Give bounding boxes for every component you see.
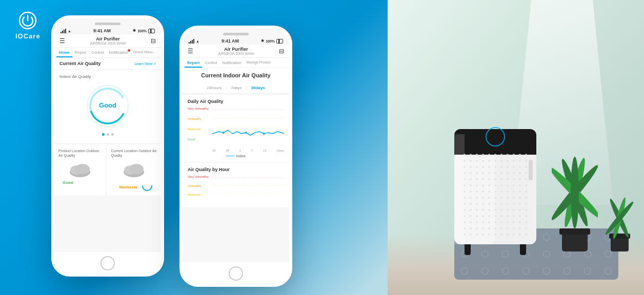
dot-2 [107,133,109,136]
svg-point-51 [519,154,521,156]
svg-point-96 [525,178,527,180]
svg-point-28 [571,157,579,228]
wifi-icon-2: ▲ [196,39,199,43]
svg-point-192 [507,234,509,236]
tab2-manage-product[interactable]: Manage Product [244,58,273,68]
svg-point-79 [488,172,490,174]
label-very-unhealthy: Very Unhealthy [188,107,209,110]
svg-point-166 [482,221,484,223]
gauge-container: Good [59,83,156,129]
carousel-dots [59,133,156,136]
hourly-chart-svg [212,175,284,201]
svg-point-147 [500,209,502,211]
hourly-chart-title: Air Quality by Hour [188,167,284,172]
phone2-speaker [223,33,249,35]
svg-point-140 [525,203,527,205]
svg-point-138 [513,203,515,205]
svg-point-169 [500,221,502,223]
svg-point-132 [476,203,478,205]
cloud-icon-left [58,161,102,177]
signal-bars-2 [189,39,194,44]
svg-point-90 [488,178,490,180]
tab-home[interactable]: Home [56,48,72,57]
svg-point-17 [245,132,247,134]
svg-point-109 [470,191,472,193]
hourly-label-moderate: Moderate [188,193,209,196]
svg-point-61 [513,160,515,162]
tab2-report[interactable]: Report [185,58,202,68]
svg-point-62 [519,160,521,162]
svg-point-63 [525,160,527,162]
hourly-label-very-unhealthy: Very Unhealthy [188,175,209,178]
hourly-chart-plot [212,175,284,201]
label-good: Good [188,138,209,141]
x-label-3: 1 [239,149,241,152]
svg-point-44 [476,154,478,156]
svg-point-170 [507,221,509,223]
svg-point-168 [494,221,496,223]
hourly-label-unhealthy: Unhealthy [188,184,209,187]
phone2-settings-icon[interactable]: ⊟ [279,48,284,55]
phone2: ▲ 9:41 AM ✱ 100% ▌ ☰ Air Purifier AIRMEG… [179,26,292,287]
svg-point-110 [476,191,478,193]
svg-point-48 [500,154,502,156]
daily-chart-title: Daily Air Quality [188,99,284,104]
air-purifier-svg [449,114,541,257]
learn-more-link[interactable]: Learn More > [134,62,156,66]
svg-point-80 [494,172,496,174]
wifi-icon: ▲ [68,29,71,33]
x-label-1: 20 [212,149,216,152]
svg-point-193 [513,234,515,236]
svg-point-171 [513,221,515,223]
svg-point-121 [476,197,478,199]
phone2-menu-icon[interactable]: ☰ [188,48,193,55]
logo-area: IOCare [15,10,41,40]
tab-notification[interactable]: Notification [107,48,131,57]
svg-point-142 [470,209,472,211]
svg-point-101 [488,184,490,186]
svg-point-127 [513,197,515,199]
svg-point-16 [223,132,225,134]
svg-rect-197 [454,134,465,244]
tab-device-manage[interactable]: Device Manu... [131,48,158,57]
svg-point-72 [513,166,515,168]
svg-point-154 [476,215,478,217]
svg-point-85 [525,172,527,174]
svg-point-77 [476,172,478,174]
chart-area: Very Unhealthy Unhealthy Moderate Good [188,107,284,148]
loading-icon [142,180,153,192]
tab2-notification[interactable]: Notification [219,58,244,68]
svg-point-148 [507,209,509,211]
phone1-settings-icon[interactable]: ⊟ [151,37,156,45]
svg-point-172 [519,221,521,223]
p2-main-title: Current Indoor Air Quality [188,72,284,78]
home-button-2[interactable] [229,266,243,281]
svg-point-55 [476,160,478,162]
battery-text-2: 100% [266,39,275,43]
current-air-quality-section: Current Air Quality Learn More > [54,58,161,69]
tab-report[interactable]: Report [72,48,89,57]
svg-point-71 [507,166,509,168]
phone1-menu-icon[interactable]: ☰ [59,37,65,45]
svg-point-187 [476,234,478,236]
tab-control[interactable]: Control [89,48,106,57]
svg-point-93 [507,178,509,180]
svg-point-156 [488,215,490,217]
svg-point-157 [494,215,496,217]
time-tab-30d[interactable]: 30days [247,85,269,91]
outdoor-left-title: Product Location Outdoor Air Quality [58,149,102,158]
time-tab-7d[interactable]: 7days [227,85,246,91]
svg-point-89 [482,178,484,180]
circle-gauge: Good [85,83,131,129]
svg-point-91 [494,178,496,180]
rug-hex: ⬡ [475,263,495,280]
svg-point-139 [519,203,521,205]
svg-point-57 [488,160,490,162]
phone1-battery: ✱ 100% ▌ [133,29,155,33]
time-tab-24h[interactable]: 24hours [203,85,226,91]
home-button[interactable] [100,256,115,270]
svg-point-103 [500,184,502,186]
tab2-control[interactable]: Control [202,58,219,68]
svg-point-129 [525,197,527,199]
battery-icon-2: ▌ [276,39,283,44]
